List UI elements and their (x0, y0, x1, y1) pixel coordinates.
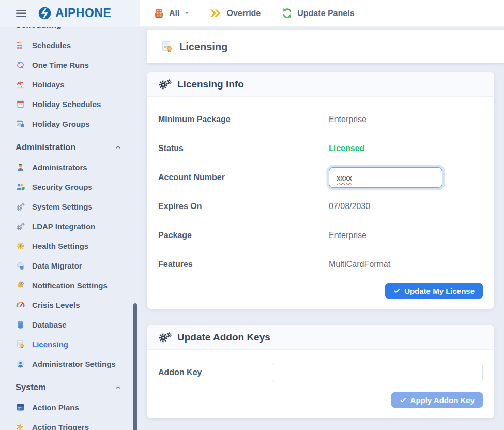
sidebar-item-schedules[interactable]: Schedules (0, 35, 140, 55)
cogs-icon (158, 79, 172, 90)
update-my-license-button[interactable]: Update My License (385, 283, 483, 299)
notification-settings-icon (16, 280, 25, 290)
brand-name: AIPHONE (55, 6, 111, 20)
building-icon (153, 7, 165, 19)
update-panels-button[interactable]: Update Panels (281, 7, 354, 19)
features-row: Features MultiCardFormat (158, 254, 483, 275)
sidebar-item-one-time-runs[interactable]: One Time Runs (0, 55, 140, 75)
status-badge: Licensed (329, 144, 483, 153)
package-row: Package Enterprise (158, 225, 483, 246)
licensing-info-card-header: Licensing Info (147, 72, 494, 97)
sidebar-item-administrator-settings[interactable]: Administrator Settings (0, 354, 140, 374)
override-button[interactable]: Override (208, 7, 261, 19)
page-title: Licensing (179, 41, 227, 53)
site-filter-label: All (169, 9, 179, 18)
administrator-settings-icon (16, 359, 25, 369)
sidebar-item-administrators[interactable]: Administrators (0, 157, 140, 177)
expires-on-value: 07/08/2030 (329, 202, 483, 211)
health-settings-icon (16, 241, 25, 251)
expires-on-row: Expires On 07/08/2030 (158, 196, 483, 217)
sidebar-nav: Scheduling Schedules One Time Runs Holid… (0, 27, 140, 430)
addon-key-row: Addon Key (158, 362, 483, 383)
minimum-package-value: Enterprise (329, 115, 483, 124)
topbar-brand-area: AIPHONE (0, 0, 140, 26)
override-label: Override (226, 9, 261, 18)
sidebar-item-holiday-schedules[interactable]: Holiday Schedules (0, 94, 140, 114)
one-time-runs-icon (16, 60, 25, 70)
database-icon (16, 320, 25, 330)
menu-toggle-icon[interactable] (14, 7, 28, 20)
holiday-schedules-icon (16, 99, 25, 109)
licensing-page-icon (160, 40, 174, 53)
package-value: Enterprise (329, 231, 483, 240)
section-scheduling[interactable]: Scheduling (0, 27, 140, 35)
chevron-up-icon (114, 143, 122, 151)
sidebar-item-licensing[interactable]: Licensing (0, 334, 140, 354)
features-value: MultiCardFormat (329, 260, 483, 269)
holidays-icon (16, 80, 25, 90)
crisis-levels-icon (16, 300, 25, 310)
aiphone-logo-icon (38, 6, 52, 20)
sidebar-item-holidays[interactable]: Holidays (0, 75, 140, 94)
section-system[interactable]: System (0, 377, 140, 397)
main-content: Licensing Licensing Info Minimum Package… (140, 27, 504, 430)
system-settings-icon (16, 202, 25, 212)
cogs-icon (158, 332, 172, 343)
sidebar-item-system-settings[interactable]: System Settings (0, 197, 140, 216)
licensing-info-body: Minimum Package Enterprise Status Licens… (147, 97, 494, 309)
chevron-up-icon (114, 27, 122, 29)
minimum-package-label: Minimum Package (158, 115, 329, 124)
administrators-icon (16, 162, 25, 172)
addon-keys-card-header: Update Addon Keys (147, 325, 494, 350)
features-label: Features (158, 260, 329, 269)
account-number-input[interactable]: xxxx (329, 167, 442, 188)
status-row: Status Licensed (158, 138, 483, 159)
chevron-up-icon (114, 383, 122, 391)
apply-addon-key-button[interactable]: Apply Addon Key (391, 392, 483, 408)
addon-keys-body: Addon Key Apply Addon Key (147, 350, 494, 418)
schedules-icon (16, 40, 25, 50)
account-number-value: xxxx (337, 173, 352, 182)
section-administration[interactable]: Administration (0, 137, 140, 157)
sidebar-item-holiday-groups[interactable]: Holiday Groups (0, 114, 140, 134)
ldap-integration-icon (16, 221, 25, 231)
addon-keys-title: Update Addon Keys (177, 332, 270, 343)
licensing-info-card: Licensing Info Minimum Package Enterpris… (147, 72, 494, 309)
brand-logo[interactable]: AIPHONE (38, 6, 111, 20)
sidebar-item-health-settings[interactable]: Health Settings (0, 236, 140, 256)
action-plans-icon (16, 403, 25, 412)
sidebar-scrollbar[interactable] (133, 303, 137, 430)
check-icon (393, 287, 401, 294)
sidebar-item-ldap-integration[interactable]: LDAP Integration (0, 216, 140, 236)
account-number-label: Account Number (158, 173, 329, 182)
sidebar-item-action-triggers[interactable]: Action Triggers (0, 417, 140, 430)
account-number-row: Account Number xxxx (158, 167, 483, 188)
update-addon-keys-card: Update Addon Keys Addon Key Apply Addon … (147, 325, 494, 418)
package-label: Package (158, 231, 329, 240)
status-label: Status (158, 144, 329, 153)
topbar: AIPHONE All Override Update Panels (0, 0, 504, 27)
refresh-icon (281, 7, 293, 19)
update-panels-label: Update Panels (297, 9, 354, 18)
topbar-actions: All Override Update Panels (140, 0, 504, 26)
sidebar-item-security-groups[interactable]: Security Groups (0, 177, 140, 197)
sidebar-item-database[interactable]: Database (0, 315, 140, 334)
minimum-package-row: Minimum Package Enterprise (158, 109, 483, 130)
page-header: Licensing (147, 30, 504, 63)
check-icon (400, 396, 407, 404)
licensing-info-title: Licensing Info (177, 79, 244, 90)
sidebar-item-notification-settings[interactable]: Notification Settings (0, 275, 140, 295)
double-chevron-icon (208, 7, 222, 19)
action-triggers-icon (16, 422, 25, 430)
addon-key-label: Addon Key (158, 368, 272, 377)
addon-key-input[interactable] (272, 363, 483, 382)
security-groups-icon (16, 182, 25, 192)
sidebar-item-data-migrator[interactable]: Data Migrator (0, 256, 140, 275)
sidebar-item-crisis-levels[interactable]: Crisis Levels (0, 295, 140, 315)
caret-down-icon (184, 10, 190, 17)
holiday-groups-icon (16, 119, 25, 129)
expires-on-label: Expires On (158, 202, 329, 211)
site-filter-dropdown[interactable]: All (153, 7, 190, 19)
sidebar: Scheduling Schedules One Time Runs Holid… (0, 27, 140, 430)
sidebar-item-action-plans[interactable]: Action Plans (0, 397, 140, 417)
